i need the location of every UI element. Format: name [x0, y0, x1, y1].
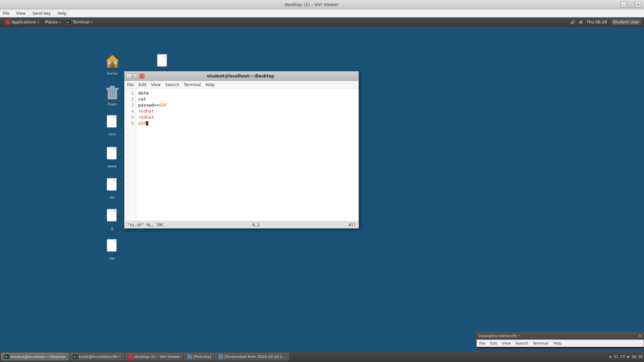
tilde-10: ~: [124, 181, 136, 187]
trash-icon-img: [104, 84, 120, 101]
guest-taskbar: ▶ student@localhost:~/Desktop ▶ kiosk@fo…: [0, 351, 644, 362]
taskbar-label-virt: desktop (1) – Virt Viewer: [135, 355, 180, 359]
virt-close-button[interactable]: ✕: [635, 2, 641, 8]
desktop-icon-www[interactable]: www: [101, 146, 124, 169]
tilde-14: ~: [124, 205, 136, 211]
vim-content-area[interactable]: 1 2 3 4 5 6 ~ ~ ~ ~ ~ ~ ~ ~: [124, 89, 359, 228]
vim-status-pos: 6,1: [253, 223, 260, 227]
mini-terminal-close[interactable]: ✕: [639, 334, 642, 338]
vim-window-controls: – □ ✕: [126, 73, 145, 79]
virt-menu-view[interactable]: View: [15, 10, 27, 16]
taskbar-item-virtviewer[interactable]: desktop (1) – Virt Viewer: [125, 353, 183, 360]
vim-minimize-button[interactable]: –: [126, 73, 132, 79]
virt-menu-file[interactable]: File: [1, 10, 11, 16]
vim-text[interactable]: date cal passwd<<EOF redhat redhat EOF_: [136, 89, 359, 221]
mini-menu-edit[interactable]: Edit: [490, 341, 497, 346]
user-menu[interactable]: Student User: [611, 19, 641, 25]
taskbar-label-pictures: [Pictures]: [193, 355, 211, 359]
vim-menu-file[interactable]: File: [127, 82, 134, 87]
applications-label: Applications: [11, 20, 36, 24]
taskbar-label-student: student@localhost:~/Desktop: [10, 355, 65, 359]
tilde-16: ~: [124, 217, 136, 221]
mini-menu-help[interactable]: Help: [553, 341, 561, 346]
taskbar-label-screenshot: [Screenshot from 2019-10-10 1...: [224, 355, 286, 359]
terminal-panel-button[interactable]: ▶ Terminal ▾: [64, 19, 95, 25]
desktop-icon-trash[interactable]: Trash: [101, 84, 124, 107]
network-icon[interactable]: ⊞: [579, 20, 583, 24]
line-num-1: 1: [124, 90, 136, 96]
vim-close-button[interactable]: ✕: [139, 73, 145, 79]
places-arrow: ▾: [59, 20, 61, 24]
taskbar-icon-screenshot: [218, 354, 223, 359]
vim-line-2: cal: [138, 96, 357, 102]
desktop-icon-hhh[interactable]: hhh: [101, 115, 124, 137]
vim-titlebar: – □ ✕ student@localhost:~/Desktop: [124, 71, 359, 81]
taskbar-icon-kiosk: ▶: [73, 354, 77, 359]
virt-menu-sendkey[interactable]: Send key: [31, 10, 52, 16]
mini-terminal-titlebar: kiosk@foundation39:~ ✕: [477, 332, 644, 340]
vim-statusbar: "ss.sh" 6L, 39C 6,1 All: [124, 221, 359, 228]
tilde-5: ~: [124, 150, 136, 157]
hhh-icon-label: hhh: [108, 132, 117, 137]
tilde-4: ~: [124, 144, 136, 150]
svg-rect-19: [114, 147, 116, 150]
vim-menu-view[interactable]: View: [151, 82, 160, 87]
mini-menu-terminal[interactable]: Terminal: [533, 341, 549, 346]
virt-minimize-button[interactable]: –: [621, 2, 627, 8]
www-icon-label: www: [107, 164, 118, 169]
svg-rect-16: [114, 115, 116, 118]
taskbar-icon-virt: [128, 354, 133, 359]
vim-status-file: "ss.sh" 6L, 39C: [127, 223, 163, 227]
places-menu-button[interactable]: Places ▾: [42, 19, 63, 25]
mini-terminal-title: kiosk@foundation39:~: [479, 334, 521, 338]
tilde-7: ~: [124, 163, 136, 169]
vim-content: 1 2 3 4 5 6 ~ ~ ~ ~ ~ ~ ~ ~: [124, 89, 359, 221]
vim-menu-terminal[interactable]: Terminal: [184, 82, 201, 87]
vim-line-1: date: [138, 90, 357, 96]
guest-panel-left: Applications ▾ Places ▾ ▶ Terminal ▾: [3, 19, 95, 25]
svg-rect-7: [164, 54, 167, 57]
line-num-5: 5: [124, 114, 136, 120]
svg-rect-4: [114, 61, 117, 64]
tilde-13: ~: [124, 199, 136, 205]
tilde-1: ~: [124, 126, 136, 132]
taskbar-item-student-terminal[interactable]: ▶ student@localhost:~/Desktop: [1, 353, 68, 360]
taskbar-item-screenshot[interactable]: [Screenshot from 2019-10-10 1...: [215, 353, 289, 360]
tilde-11: ~: [124, 187, 136, 193]
vim-maximize-button[interactable]: □: [133, 73, 138, 79]
file-icon-label: file: [109, 256, 116, 261]
mini-menu-view[interactable]: View: [502, 341, 511, 346]
desktop-icon-home[interactable]: home: [101, 54, 124, 76]
taskbar-item-pictures[interactable]: [Pictures]: [184, 353, 214, 360]
vim-menu-search[interactable]: Search: [165, 82, 179, 87]
desktop-icon-jj[interactable]: jj: [101, 208, 124, 231]
desktop-icon-ee[interactable]: ee: [101, 178, 124, 200]
vim-menu-help[interactable]: Help: [206, 82, 215, 87]
hhh-icon-img: [104, 115, 120, 131]
tilde-8: ~: [124, 169, 136, 175]
panel-time: Thu 06:28: [587, 20, 607, 24]
virt-viewer-titlebar: desktop (1) – Virt Viewer – □ ✕: [0, 0, 644, 9]
virt-menu-help[interactable]: Help: [56, 10, 68, 16]
guest-top-panel: Applications ▾ Places ▾ ▶ Terminal ▾ 🔊 ⊞: [0, 17, 644, 27]
desktop-icon-blank[interactable]: [151, 54, 174, 72]
volume-icon[interactable]: 🔊: [570, 20, 575, 24]
vim-terminal-window: – □ ✕ student@localhost:~/Desktop File E…: [124, 71, 359, 229]
mini-menu-search[interactable]: Search: [516, 341, 528, 346]
home-icon-img: [104, 54, 120, 70]
mini-menu-file[interactable]: File: [479, 341, 485, 346]
taskbar-item-kiosk[interactable]: ▶ kiosk@foundation39:~: [70, 353, 124, 360]
virt-maximize-button[interactable]: □: [628, 2, 634, 8]
svg-rect-25: [114, 209, 116, 212]
line-num-6: 6: [124, 120, 136, 126]
vim-menu-edit[interactable]: Edit: [139, 82, 146, 87]
svg-rect-28: [114, 239, 116, 242]
vim-line-3: passwd<<EOF: [138, 102, 357, 108]
desktop-icon-file[interactable]: file: [101, 239, 124, 261]
applications-menu-button[interactable]: Applications ▾: [3, 19, 42, 25]
vim-status-all: All: [348, 223, 356, 227]
tilde-2: ~: [124, 132, 136, 138]
tilde-9: ~: [124, 175, 136, 181]
taskbar-system-info: ⊞ 51 CT ⊞ 18:28: [609, 355, 643, 359]
virt-viewer-controls: – □ ✕: [621, 2, 641, 8]
